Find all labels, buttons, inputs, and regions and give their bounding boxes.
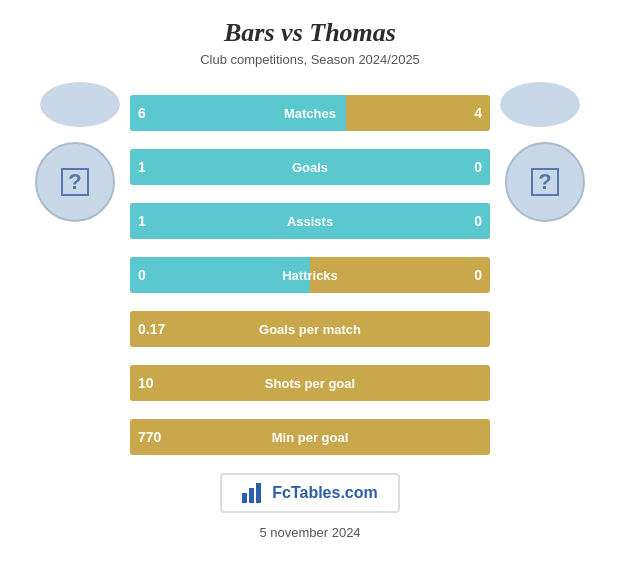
team-right-avatar: ? <box>505 142 585 222</box>
stat-right-3: 0 <box>474 267 482 283</box>
stat-row-5: 10Shots per goal <box>130 365 490 401</box>
stat-label-6: Min per goal <box>272 430 349 445</box>
stat-row-4: 0.17Goals per match <box>130 311 490 347</box>
stat-right-1: 0 <box>474 159 482 175</box>
stat-left-2: 1 <box>138 213 146 229</box>
page-title: Bars vs Thomas <box>224 18 396 48</box>
stat-label-3: Hattricks <box>282 268 338 283</box>
stat-left-6: 770 <box>138 429 161 445</box>
logo-area: FcTables.com <box>220 473 400 513</box>
stat-left-1: 1 <box>138 159 146 175</box>
logo-icon <box>242 483 264 503</box>
stat-label-5: Shots per goal <box>265 376 355 391</box>
stat-right-0: 4 <box>474 105 482 121</box>
stat-label-4: Goals per match <box>259 322 361 337</box>
stat-left-5: 10 <box>138 375 154 391</box>
stat-left-3: 0 <box>138 267 146 283</box>
stat-left-0: 6 <box>138 105 146 121</box>
date-label: 5 november 2024 <box>259 525 360 540</box>
subtitle: Club competitions, Season 2024/2025 <box>200 52 420 67</box>
svg-rect-0 <box>242 493 247 503</box>
stat-row-2: 1Assists0 <box>130 203 490 239</box>
stat-label-2: Assists <box>287 214 333 229</box>
stat-label-0: Matches <box>284 106 336 121</box>
stat-row-1: 1Goals0 <box>130 149 490 185</box>
stat-right-2: 0 <box>474 213 482 229</box>
stat-row-6: 770Min per goal <box>130 419 490 455</box>
team-right-question-icon: ? <box>531 168 559 196</box>
stat-label-1: Goals <box>292 160 328 175</box>
team-right-badge-bg <box>500 82 580 127</box>
logo-text: FcTables.com <box>272 484 378 502</box>
team-left-avatar: ? <box>35 142 115 222</box>
svg-rect-2 <box>256 483 261 503</box>
team-left-badge-bg <box>40 82 120 127</box>
stat-row-3: 0Hattricks0 <box>130 257 490 293</box>
team-left-question-icon: ? <box>61 168 89 196</box>
stat-row-0: 6Matches4 <box>130 95 490 131</box>
svg-rect-1 <box>249 488 254 503</box>
stat-left-4: 0.17 <box>138 321 165 337</box>
